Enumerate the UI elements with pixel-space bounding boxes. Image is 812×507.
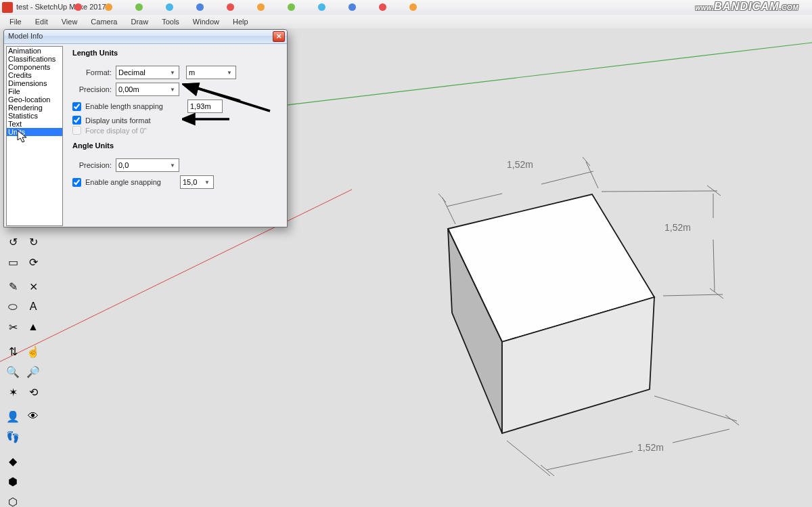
tool-button[interactable]: ✎ [3,276,23,296]
chevron-down-icon: ▼ [202,177,212,187]
category-units[interactable]: Units [7,128,62,136]
menu-view[interactable]: View [55,16,85,28]
tool-button[interactable]: A [23,296,43,317]
tool-button[interactable]: ⟳ [23,252,43,272]
menu-file[interactable]: File [3,16,28,28]
dialog-titlebar[interactable]: Model Info ✕ [4,30,287,44]
menu-window[interactable]: Window [186,16,226,28]
tool-button[interactable]: ▭ [3,252,23,272]
angle-precision-dropdown[interactable]: 0,0 ▼ [116,158,179,172]
angle-snapping-value[interactable]: 15,0 ▼ [180,175,214,189]
angle-precision-label: Precision: [72,161,112,169]
category-classifications[interactable]: Classifications [7,55,62,63]
tab-dots [74,3,417,11]
category-file[interactable]: File [7,87,62,95]
category-animation[interactable]: Animation [7,47,62,55]
format-dropdown[interactable]: Decimal ▼ [116,66,179,79]
svg-marker-28 [183,114,194,124]
tool-button[interactable]: 👁 [23,406,43,426]
category-statistics[interactable]: Statistics [7,112,62,120]
length-precision-dropdown[interactable]: 0,00m ▼ [116,83,179,96]
tool-column: ↺↻▭⟳✎⨯⬭A✂▲⇅☝🔍🔎✶⟲👤👁👣◆⬢⬡ [3,232,43,507]
tool-button[interactable]: ⬭ [3,296,23,317]
svg-marker-26 [184,84,198,94]
section-angle-units: Angle Units [72,141,277,150]
bandicam-watermark: www.BANDICAM.COM [695,1,798,13]
chevron-down-icon: ▼ [168,68,177,77]
unit-dropdown[interactable]: m ▼ [186,66,236,79]
tool-button[interactable]: ⬡ [3,491,23,507]
tool-button[interactable]: ◆ [3,451,23,471]
dialog-title: Model Info [8,32,43,40]
display-units-format-checkbox[interactable]: Display units format [72,116,277,125]
tool-button[interactable]: 🔎 [23,361,43,382]
tool-button[interactable]: ☝ [23,341,43,361]
menu-help[interactable]: Help [226,16,255,28]
dialog-panel: Length Units Format: Decimal ▼ m ▼ Preci… [63,46,285,226]
tool-button[interactable]: ↺ [3,232,23,252]
category-components[interactable]: Components [7,63,62,71]
model-info-dialog: Model Info ✕ AnimationClassificationsCom… [3,29,288,227]
tool-button[interactable]: ⟲ [23,382,43,402]
tool-button[interactable]: 👤 [3,406,23,426]
tool-button[interactable]: 👣 [3,426,23,447]
category-dimensions[interactable]: Dimensions [7,79,62,87]
category-text[interactable]: Text [7,120,62,128]
svg-line-25 [192,87,240,101]
app-icon [2,2,13,13]
menu-camera[interactable]: Camera [84,16,124,28]
menu-edit[interactable]: Edit [28,16,55,28]
tool-button[interactable]: ✂ [3,317,23,337]
category-list[interactable]: AnimationClassificationsComponentsCredit… [6,46,63,226]
tool-button[interactable]: ⇅ [3,341,23,361]
category-geo-location[interactable]: Geo-location [7,95,62,104]
menu-draw[interactable]: Draw [124,16,155,28]
force-display-checkbox: Force display of 0" [72,126,277,135]
chevron-down-icon: ▼ [168,85,177,94]
close-icon[interactable]: ✕ [273,31,285,42]
tool-button[interactable]: ▲ [23,317,43,337]
window-titlebar: test - SketchUp Make 2017 www.BANDICAM.C… [0,0,812,16]
section-length-units: Length Units [72,49,277,57]
enable-length-snapping-checkbox[interactable]: Enable length snapping [72,102,163,111]
tool-button[interactable]: ✶ [3,382,23,402]
category-rendering[interactable]: Rendering [7,104,62,112]
main-menubar: FileEditViewCameraDrawToolsWindowHelp [0,15,812,29]
tool-button[interactable]: 🔍 [3,361,23,382]
format-label: Format: [72,68,112,76]
tool-button[interactable]: ⨯ [23,276,43,296]
menu-tools[interactable]: Tools [155,16,186,28]
tool-button[interactable]: ⬢ [3,471,23,491]
chevron-down-icon: ▼ [168,160,177,170]
tool-button[interactable]: ↻ [23,232,43,252]
chevron-down-icon: ▼ [225,68,234,77]
category-credits[interactable]: Credits [7,71,62,79]
enable-angle-snapping-checkbox[interactable]: Enable angle snapping [72,178,161,187]
precision-label: Precision: [72,85,112,93]
